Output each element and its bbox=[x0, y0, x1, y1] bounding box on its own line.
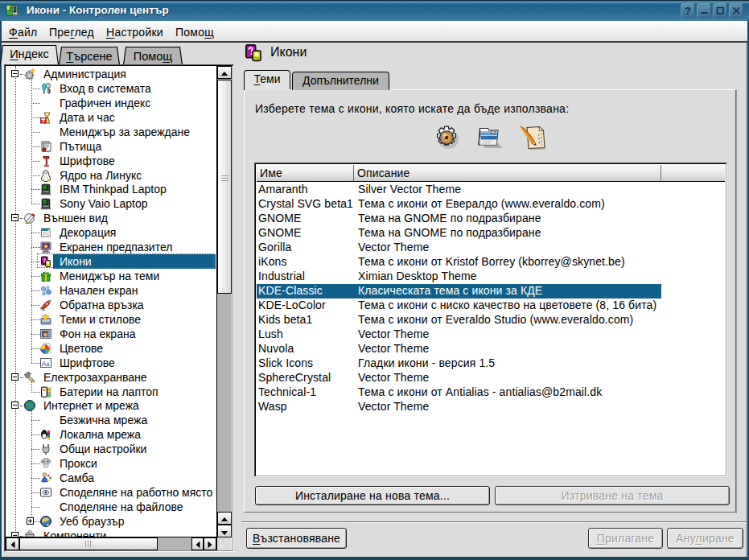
svg-text:a: a bbox=[47, 360, 50, 366]
svg-text:3: 3 bbox=[42, 118, 44, 123]
